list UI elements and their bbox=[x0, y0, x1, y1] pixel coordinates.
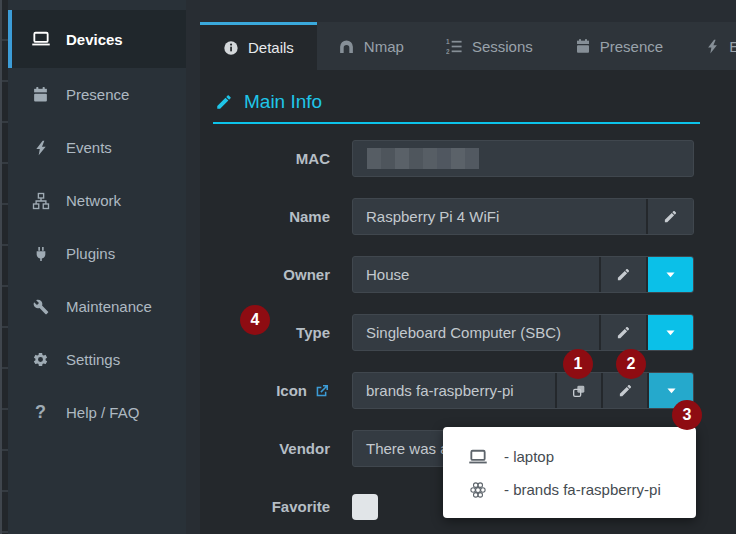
svg-text:1: 1 bbox=[446, 38, 450, 45]
caret-down-icon bbox=[664, 268, 677, 281]
sidebar-item-label: Events bbox=[66, 139, 112, 156]
laptop-icon bbox=[30, 29, 51, 49]
list-ol-icon: 12 bbox=[446, 38, 463, 55]
tab-sessions[interactable]: 12 Sessions bbox=[425, 22, 554, 70]
archway-icon bbox=[338, 38, 355, 55]
owner-dropdown-button[interactable] bbox=[646, 257, 693, 292]
sidebar-item-label: Presence bbox=[66, 86, 129, 103]
pencil-icon bbox=[618, 383, 633, 398]
edit-type-button[interactable] bbox=[599, 315, 646, 350]
info-circle-icon bbox=[223, 40, 239, 56]
tab-events[interactable]: Events bbox=[684, 22, 736, 70]
field-label: Name bbox=[213, 208, 352, 225]
calendar-icon bbox=[575, 38, 591, 54]
field-row-type: Type Singleboard Computer (SBC) bbox=[213, 314, 723, 351]
icon-field[interactable]: brands fa-raspberry-pi bbox=[353, 373, 555, 408]
page-edge-strip bbox=[0, 0, 8, 534]
external-link-icon[interactable] bbox=[314, 383, 330, 399]
field-label: Type bbox=[213, 324, 352, 341]
wrench-icon bbox=[30, 299, 51, 315]
sidebar-item-label: Settings bbox=[66, 351, 120, 368]
section-title-text: Main Info bbox=[244, 91, 322, 113]
tab-label: Details bbox=[248, 39, 294, 56]
bolt-icon bbox=[705, 39, 720, 54]
sidebar-item-plugins[interactable]: Plugins bbox=[8, 227, 186, 280]
caret-down-icon bbox=[664, 326, 677, 339]
sidebar: Devices Presence Events Network Plugins … bbox=[8, 0, 186, 534]
field-row-owner: Owner House bbox=[213, 256, 723, 293]
tab-bar: Details Nmap 12 Sessions Presence Events bbox=[200, 22, 736, 70]
sidebar-item-label: Network bbox=[66, 192, 121, 209]
type-field[interactable]: Singleboard Computer (SBC) bbox=[353, 315, 599, 350]
mac-field[interactable] bbox=[352, 140, 694, 177]
sidebar-item-presence[interactable]: Presence bbox=[8, 68, 186, 121]
edit-icon-button[interactable] bbox=[601, 373, 647, 408]
tab-details[interactable]: Details bbox=[200, 22, 317, 70]
bolt-icon bbox=[30, 140, 51, 156]
icon-dropdown-menu: - laptop - brands fa-raspberry-pi bbox=[443, 427, 696, 518]
owner-field[interactable]: House bbox=[353, 257, 599, 292]
field-row-name: Name Raspberry Pi 4 WiFi bbox=[213, 198, 723, 235]
annotation-badge-4: 4 bbox=[240, 305, 270, 335]
tab-label: Nmap bbox=[364, 38, 404, 55]
svg-text:2: 2 bbox=[446, 47, 450, 54]
dropdown-option-laptop[interactable]: - laptop bbox=[467, 440, 696, 473]
sidebar-item-network[interactable]: Network bbox=[8, 174, 186, 227]
tab-label: Presence bbox=[600, 38, 663, 55]
field-label: MAC bbox=[213, 150, 352, 167]
plug-icon bbox=[30, 246, 51, 262]
tab-nmap[interactable]: Nmap bbox=[317, 22, 425, 70]
raspberry-pi-icon bbox=[467, 481, 489, 499]
sidebar-item-label: Devices bbox=[66, 31, 123, 48]
pencil-icon bbox=[616, 325, 631, 340]
sidebar-item-maintenance[interactable]: Maintenance bbox=[8, 280, 186, 333]
sidebar-item-settings[interactable]: Settings bbox=[8, 333, 186, 386]
pencil-icon bbox=[663, 209, 678, 224]
edit-owner-button[interactable] bbox=[599, 257, 646, 292]
sidebar-item-label: Maintenance bbox=[66, 298, 152, 315]
annotation-badge-2: 2 bbox=[616, 349, 646, 379]
annotation-badge-3: 3 bbox=[672, 400, 702, 430]
pencil-icon bbox=[215, 93, 233, 111]
dropdown-option-label: - laptop bbox=[504, 448, 554, 465]
sidebar-item-devices[interactable]: Devices bbox=[8, 10, 186, 68]
field-label: Favorite bbox=[213, 498, 352, 515]
sidebar-item-help[interactable]: ? Help / FAQ bbox=[8, 386, 186, 439]
field-label: Icon bbox=[276, 382, 307, 399]
redacted-mosaic bbox=[367, 148, 479, 169]
field-row-icon: Icon brands fa-raspberry-pi bbox=[213, 372, 723, 409]
caret-down-icon bbox=[665, 384, 678, 397]
copy-icon bbox=[571, 383, 587, 399]
field-row-mac: MAC bbox=[213, 140, 723, 177]
field-label: Vendor bbox=[213, 440, 352, 457]
gear-icon bbox=[30, 351, 51, 368]
sidebar-item-events[interactable]: Events bbox=[8, 121, 186, 174]
name-field[interactable]: Raspberry Pi 4 WiFi bbox=[353, 199, 646, 234]
calendar-icon bbox=[30, 86, 51, 103]
annotation-badge-1: 1 bbox=[563, 349, 593, 379]
type-dropdown-button[interactable] bbox=[646, 315, 693, 350]
network-icon bbox=[30, 192, 51, 210]
section-header: Main Info bbox=[213, 70, 700, 124]
sidebar-item-label: Plugins bbox=[66, 245, 115, 262]
favorite-checkbox[interactable] bbox=[352, 494, 378, 520]
sidebar-item-label: Help / FAQ bbox=[66, 404, 139, 421]
dropdown-option-raspberry-pi[interactable]: - brands fa-raspberry-pi bbox=[467, 473, 696, 506]
tab-presence[interactable]: Presence bbox=[554, 22, 684, 70]
pencil-icon bbox=[616, 267, 631, 282]
laptop-icon bbox=[467, 447, 489, 467]
question-icon: ? bbox=[30, 402, 51, 423]
edit-name-button[interactable] bbox=[646, 199, 693, 234]
field-label: Owner bbox=[213, 266, 352, 283]
mac-value-redacted bbox=[353, 141, 693, 176]
tab-label: Sessions bbox=[472, 38, 533, 55]
tab-label: Events bbox=[729, 38, 736, 55]
dropdown-option-label: - brands fa-raspberry-pi bbox=[504, 481, 661, 498]
